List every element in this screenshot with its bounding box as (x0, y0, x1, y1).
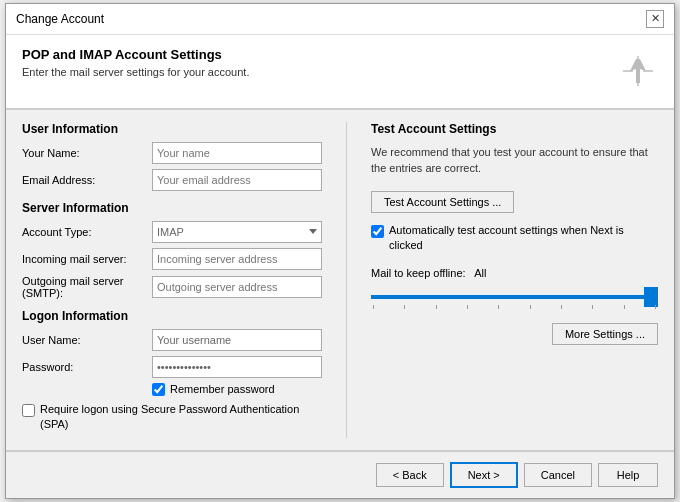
your-name-label: Your Name: (22, 147, 152, 159)
help-button[interactable]: Help (598, 463, 658, 487)
email-label: Email Address: (22, 174, 152, 186)
remember-password-checkbox[interactable] (152, 383, 165, 396)
mail-offline-label: Mail to keep offline: (371, 267, 466, 279)
mail-offline-value: All (474, 267, 486, 279)
right-panel: Test Account Settings We recommend that … (371, 122, 658, 439)
mail-settings-icon (618, 51, 658, 96)
logon-info-title: Logon Information (22, 309, 322, 323)
username-label: User Name: (22, 334, 152, 346)
outgoing-server-label: Outgoing mail server (SMTP): (22, 275, 152, 299)
tick-4 (467, 305, 468, 309)
account-type-select[interactable]: IMAP POP3 (152, 221, 322, 243)
slider-thumb[interactable] (644, 287, 658, 307)
require-spa-checkbox[interactable] (22, 404, 35, 417)
remember-password-label: Remember password (170, 383, 275, 395)
left-panel: User Information Your Name: Email Addres… (22, 122, 322, 439)
remember-password-row: Remember password (22, 383, 322, 396)
email-row: Email Address: (22, 169, 322, 191)
tick-5 (498, 305, 499, 309)
require-spa-label: Require logon using Secure Password Auth… (40, 402, 322, 433)
outgoing-server-input[interactable] (152, 276, 322, 298)
your-name-row: Your Name: (22, 142, 322, 164)
back-button[interactable]: < Back (376, 463, 444, 487)
header-heading: POP and IMAP Account Settings (22, 47, 249, 62)
account-type-row: Account Type: IMAP POP3 (22, 221, 322, 243)
account-type-label: Account Type: (22, 226, 152, 238)
outgoing-server-row: Outgoing mail server (SMTP): (22, 275, 322, 299)
footer: < Back Next > Cancel Help (6, 451, 674, 498)
incoming-server-input[interactable] (152, 248, 322, 270)
next-button[interactable]: Next > (450, 462, 518, 488)
title-bar: Change Account ✕ (6, 4, 674, 35)
auto-test-label: Automatically test account settings when… (389, 223, 658, 254)
tick-10 (655, 305, 656, 309)
password-input[interactable] (152, 356, 322, 378)
auto-test-checkbox[interactable] (371, 225, 384, 238)
dialog-window: Change Account ✕ POP and IMAP Account Se… (5, 3, 675, 500)
your-name-input[interactable] (152, 142, 322, 164)
tick-3 (436, 305, 437, 309)
password-row: Password: (22, 356, 322, 378)
test-account-settings-button[interactable]: Test Account Settings ... (371, 191, 514, 213)
vertical-divider (346, 122, 347, 439)
header-section: POP and IMAP Account Settings Enter the … (6, 35, 674, 109)
require-spa-row: Require logon using Secure Password Auth… (22, 402, 322, 433)
tick-1 (373, 305, 374, 309)
username-row: User Name: (22, 329, 322, 351)
more-settings-button[interactable]: More Settings ... (552, 323, 658, 345)
server-info-title: Server Information (22, 201, 322, 215)
test-section-title: Test Account Settings (371, 122, 658, 136)
test-desc: We recommend that you test your account … (371, 144, 658, 177)
incoming-server-label: Incoming mail server: (22, 253, 152, 265)
tick-8 (592, 305, 593, 309)
tick-7 (561, 305, 562, 309)
header-subtext: Enter the mail server settings for your … (22, 66, 249, 78)
slider-ticks (371, 305, 658, 309)
user-info-title: User Information (22, 122, 322, 136)
email-input[interactable] (152, 169, 322, 191)
slider-fill (371, 295, 658, 299)
mail-offline-slider[interactable] (371, 285, 658, 309)
slider-track (371, 295, 658, 299)
header-text: POP and IMAP Account Settings Enter the … (22, 47, 249, 78)
main-content: User Information Your Name: Email Addres… (6, 110, 674, 451)
incoming-server-row: Incoming mail server: (22, 248, 322, 270)
password-label: Password: (22, 361, 152, 373)
cancel-button[interactable]: Cancel (524, 463, 592, 487)
tick-2 (404, 305, 405, 309)
auto-test-row: Automatically test account settings when… (371, 223, 658, 254)
username-input[interactable] (152, 329, 322, 351)
close-button[interactable]: ✕ (646, 10, 664, 28)
tick-9 (624, 305, 625, 309)
tick-6 (530, 305, 531, 309)
dialog-title: Change Account (16, 12, 104, 26)
mail-offline-row: Mail to keep offline: All (371, 267, 658, 279)
